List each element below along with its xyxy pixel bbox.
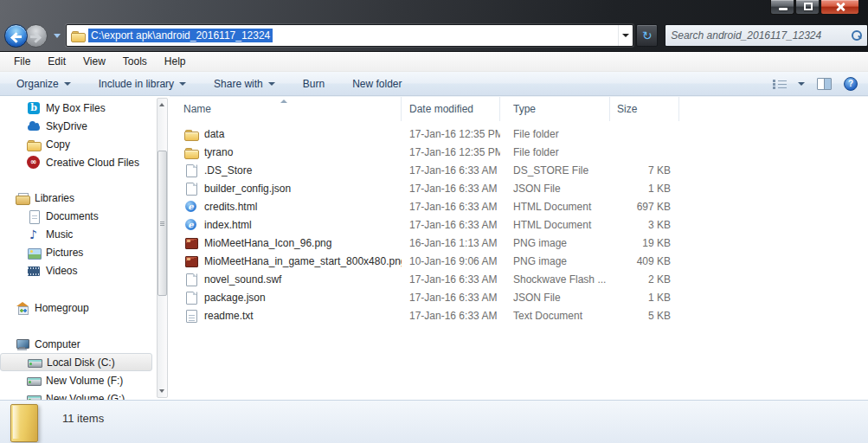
file-rows: data 17-Jan-16 12:35 PM File folder tyra… — [170, 121, 868, 400]
file-type: JSON File — [500, 292, 610, 304]
music-icon — [27, 228, 41, 241]
sidebar-item-documents[interactable]: Documents — [0, 207, 152, 225]
scroll-down-button[interactable] — [158, 385, 167, 397]
chevron-down-icon — [798, 82, 805, 86]
forward-button[interactable] — [24, 24, 48, 48]
sidebar-item-local-disk-c[interactable]: Local Disk (C:) — [0, 353, 152, 371]
folder-icon — [71, 29, 85, 42]
sidebar-item-my-box-files[interactable]: My Box Files — [0, 99, 152, 117]
sidebar-item-new-volume-f[interactable]: New Volume (F:) — [0, 371, 152, 389]
file-row[interactable]: .DS_Store 17-Jan-16 6:33 AM DS_STORE Fil… — [170, 161, 868, 179]
sidebar-item-skydrive[interactable]: SkyDrive — [0, 117, 152, 135]
scrollbar-thumb[interactable] — [158, 151, 167, 296]
folder-icon — [184, 127, 198, 141]
file-size: 3 KB — [610, 219, 679, 231]
change-view-button[interactable] — [772, 78, 805, 90]
sidebar-item-label: Pictures — [46, 247, 83, 259]
sidebar-item-videos[interactable]: Videos — [0, 261, 152, 279]
file-name-cell: index.html — [170, 218, 402, 232]
file-row[interactable]: package.json 17-Jan-16 6:33 AM JSON File… — [170, 288, 868, 306]
file-name-cell: novel_sound.swf — [170, 273, 402, 286]
burn-button[interactable]: Burn — [299, 78, 329, 90]
file-row[interactable]: builder_config.json 17-Jan-16 6:33 AM JS… — [170, 179, 868, 197]
sidebar-item-libraries[interactable]: Libraries — [0, 189, 152, 207]
html-icon — [184, 218, 198, 232]
file-date-modified: 17-Jan-16 6:33 AM — [402, 183, 500, 195]
sidebar-group: Libraries Documents Music Pictures Video… — [0, 189, 170, 279]
file-name-cell: data — [170, 127, 402, 141]
sidebar-item-creative-cloud-files[interactable]: Creative Cloud Files — [0, 153, 152, 171]
file-row[interactable]: index.html 17-Jan-16 6:33 AM HTML Docume… — [170, 215, 868, 234]
new-folder-label: New folder — [352, 78, 402, 90]
organize-button[interactable]: Organize — [12, 78, 75, 90]
column-header-size[interactable]: Size — [610, 97, 679, 121]
image-icon — [184, 236, 198, 250]
disk-icon — [28, 356, 42, 369]
address-dropdown-button[interactable] — [618, 25, 633, 46]
sidebar-item-label: Documents — [46, 210, 99, 222]
share-with-button[interactable]: Share with — [209, 78, 280, 90]
file-row[interactable]: MioMeetHana_in_game_start_800x480.png 10… — [170, 252, 868, 270]
menu-view[interactable]: View — [74, 52, 114, 71]
scroll-up-button[interactable] — [158, 99, 167, 111]
file-type: PNG image — [500, 255, 610, 267]
sidebar-item-new-volume-g[interactable]: New Volume (G:) — [0, 389, 152, 400]
search-box[interactable] — [665, 24, 868, 47]
file-row[interactable]: data 17-Jan-16 12:35 PM File folder — [170, 125, 868, 143]
search-icon[interactable] — [852, 30, 862, 41]
minimize-button[interactable] — [770, 0, 794, 15]
maximize-button[interactable] — [795, 0, 820, 15]
file-row[interactable]: credits.html 17-Jan-16 6:33 AM HTML Docu… — [170, 197, 868, 215]
recent-pages-dropdown[interactable] — [54, 34, 61, 38]
address-bar[interactable]: C:\export apk\android_2016117_12324 — [66, 24, 633, 47]
column-header-type[interactable]: Type — [500, 97, 610, 121]
items-count: 11 items — [62, 412, 104, 425]
chevron-down-icon — [268, 82, 275, 86]
sidebar-item-pictures[interactable]: Pictures — [0, 243, 152, 261]
file-row[interactable]: tyrano 17-Jan-16 12:35 PM File folder — [170, 143, 868, 161]
sidebar-item-label: Homegroup — [35, 302, 89, 314]
file-row[interactable]: readme.txt 17-Jan-16 6:33 AM Text Docume… — [170, 306, 868, 324]
menu-edit[interactable]: Edit — [39, 52, 74, 71]
include-in-library-button[interactable]: Include in library — [94, 78, 190, 90]
new-folder-button[interactable]: New folder — [348, 78, 406, 90]
menu-tools[interactable]: Tools — [114, 52, 156, 71]
file-type: HTML Document — [500, 201, 610, 213]
file-size: 1 KB — [610, 183, 679, 195]
videos-icon — [27, 264, 41, 278]
file-name-cell: credits.html — [170, 200, 402, 214]
sidebar-item-label: Computer — [35, 338, 80, 350]
file-icon — [184, 182, 198, 196]
file-type: Text Document — [500, 310, 610, 322]
column-header-date-modified[interactable]: Date modified — [402, 97, 500, 121]
file-row[interactable]: MioMeetHana_Icon_96.png 16-Jan-16 1:13 A… — [170, 234, 868, 252]
file-row[interactable]: novel_sound.swf 17-Jan-16 6:33 AM Shockw… — [170, 270, 868, 288]
sidebar-item-copy[interactable]: Copy — [0, 135, 152, 153]
sidebar-group: My Box Files SkyDrive Copy Creative Clou… — [0, 99, 170, 171]
list-view-icon — [772, 78, 788, 90]
menu-help[interactable]: Help — [156, 52, 195, 71]
sidebar-scrollbar[interactable] — [157, 98, 168, 398]
file-name-cell: MioMeetHana_Icon_96.png — [170, 236, 402, 250]
sidebar-item-label: Videos — [46, 265, 77, 277]
help-button[interactable]: ? — [844, 77, 858, 91]
file-date-modified: 17-Jan-16 6:33 AM — [402, 273, 500, 286]
box-icon — [27, 101, 41, 115]
refresh-button[interactable]: ↻ — [636, 24, 658, 47]
preview-pane-button[interactable] — [817, 78, 832, 90]
file-date-modified: 17-Jan-16 12:35 PM — [402, 146, 500, 158]
file-name: data — [204, 128, 224, 140]
documents-icon — [27, 209, 41, 223]
navigation-pane: My Box Files SkyDrive Copy Creative Clou… — [0, 96, 170, 400]
sidebar-item-music[interactable]: Music — [0, 225, 152, 243]
file-name: index.html — [204, 219, 252, 231]
burn-label: Burn — [303, 78, 325, 90]
forward-arrow-icon — [32, 33, 39, 40]
menu-file[interactable]: File — [5, 52, 39, 71]
search-input[interactable] — [671, 29, 848, 42]
back-button[interactable] — [4, 24, 28, 48]
sidebar-item-homegroup[interactable]: Homegroup — [0, 299, 152, 317]
file-icon — [184, 291, 198, 305]
sidebar-item-computer[interactable]: Computer — [0, 335, 152, 353]
close-button[interactable] — [820, 0, 859, 15]
